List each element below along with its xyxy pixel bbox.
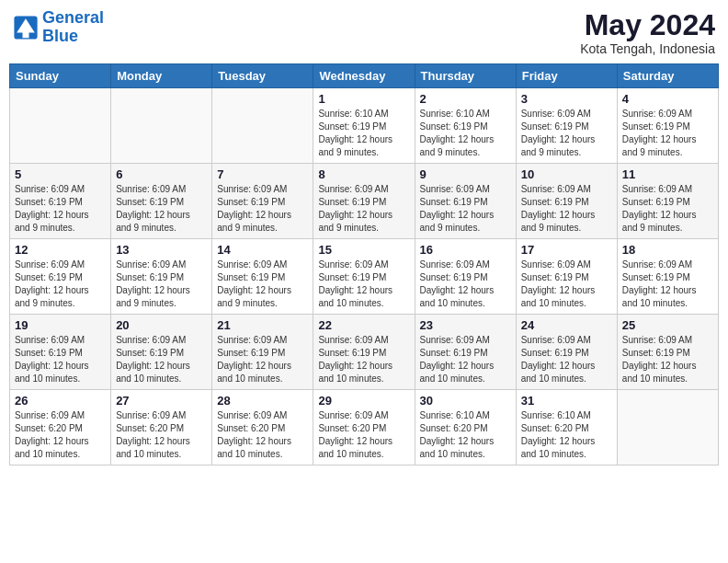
day-number: 18 <box>622 243 713 257</box>
day-number: 15 <box>318 243 409 257</box>
day-number: 5 <box>15 167 106 181</box>
day-number: 23 <box>420 318 511 332</box>
day-number: 20 <box>116 318 207 332</box>
day-number: 26 <box>15 394 106 408</box>
calendar-cell: 4Sunrise: 6:09 AM Sunset: 6:19 PM Daylig… <box>617 88 718 164</box>
title-block: May 2024 Kota Tengah, Indonesia <box>580 9 715 56</box>
day-info: Sunrise: 6:09 AM Sunset: 6:19 PM Dayligh… <box>116 334 207 385</box>
day-header-wednesday: Wednesday <box>313 64 415 88</box>
calendar-table: SundayMondayTuesdayWednesdayThursdayFrid… <box>9 63 719 465</box>
day-info: Sunrise: 6:09 AM Sunset: 6:19 PM Dayligh… <box>318 183 409 235</box>
calendar-cell: 30Sunrise: 6:10 AM Sunset: 6:20 PM Dayli… <box>415 390 516 465</box>
day-number: 25 <box>622 318 713 332</box>
day-number: 13 <box>116 243 207 257</box>
day-info: Sunrise: 6:09 AM Sunset: 6:20 PM Dayligh… <box>318 409 409 461</box>
calendar-cell: 20Sunrise: 6:09 AM Sunset: 6:19 PM Dayli… <box>111 315 212 390</box>
day-header-thursday: Thursday <box>415 64 516 88</box>
day-number: 14 <box>217 243 308 257</box>
day-number: 4 <box>622 92 713 106</box>
calendar-cell: 18Sunrise: 6:09 AM Sunset: 6:19 PM Dayli… <box>617 239 718 315</box>
day-info: Sunrise: 6:09 AM Sunset: 6:19 PM Dayligh… <box>217 334 308 385</box>
day-info: Sunrise: 6:09 AM Sunset: 6:19 PM Dayligh… <box>116 259 207 310</box>
calendar-cell <box>10 88 111 164</box>
day-header-sunday: Sunday <box>10 64 111 88</box>
day-info: Sunrise: 6:09 AM Sunset: 6:19 PM Dayligh… <box>622 183 713 235</box>
calendar-week-1: 1Sunrise: 6:10 AM Sunset: 6:19 PM Daylig… <box>10 88 719 164</box>
day-number: 8 <box>318 167 409 181</box>
day-info: Sunrise: 6:09 AM Sunset: 6:20 PM Dayligh… <box>116 409 207 461</box>
calendar-cell <box>212 88 313 164</box>
day-number: 19 <box>15 318 106 332</box>
location: Kota Tengah, Indonesia <box>580 41 715 56</box>
day-number: 7 <box>217 167 308 181</box>
calendar-cell <box>617 390 718 465</box>
day-info: Sunrise: 6:10 AM Sunset: 6:20 PM Dayligh… <box>420 409 511 461</box>
calendar-cell: 3Sunrise: 6:09 AM Sunset: 6:19 PM Daylig… <box>516 88 617 164</box>
day-info: Sunrise: 6:09 AM Sunset: 6:19 PM Dayligh… <box>622 334 713 385</box>
calendar-cell: 14Sunrise: 6:09 AM Sunset: 6:19 PM Dayli… <box>212 239 313 315</box>
day-info: Sunrise: 6:09 AM Sunset: 6:19 PM Dayligh… <box>15 183 106 235</box>
day-info: Sunrise: 6:09 AM Sunset: 6:19 PM Dayligh… <box>217 183 308 235</box>
day-info: Sunrise: 6:09 AM Sunset: 6:20 PM Dayligh… <box>217 409 308 461</box>
day-info: Sunrise: 6:09 AM Sunset: 6:19 PM Dayligh… <box>15 259 106 310</box>
calendar-cell: 23Sunrise: 6:09 AM Sunset: 6:19 PM Dayli… <box>415 315 516 390</box>
month-year: May 2024 <box>580 9 715 41</box>
day-number: 2 <box>420 92 511 106</box>
day-number: 21 <box>217 318 308 332</box>
day-info: Sunrise: 6:09 AM Sunset: 6:19 PM Dayligh… <box>622 259 713 310</box>
day-info: Sunrise: 6:09 AM Sunset: 6:19 PM Dayligh… <box>521 259 612 310</box>
logo-icon <box>13 15 39 40</box>
calendar-week-2: 5Sunrise: 6:09 AM Sunset: 6:19 PM Daylig… <box>10 164 719 239</box>
day-info: Sunrise: 6:09 AM Sunset: 6:19 PM Dayligh… <box>521 334 612 385</box>
calendar-cell: 12Sunrise: 6:09 AM Sunset: 6:19 PM Dayli… <box>10 239 111 315</box>
calendar-cell: 28Sunrise: 6:09 AM Sunset: 6:20 PM Dayli… <box>212 390 313 465</box>
day-info: Sunrise: 6:09 AM Sunset: 6:19 PM Dayligh… <box>318 259 409 310</box>
calendar-header-row: SundayMondayTuesdayWednesdayThursdayFrid… <box>10 64 719 88</box>
calendar-cell: 10Sunrise: 6:09 AM Sunset: 6:19 PM Dayli… <box>516 164 617 239</box>
page-header: General Blue May 2024 Kota Tengah, Indon… <box>9 9 719 56</box>
calendar-week-4: 19Sunrise: 6:09 AM Sunset: 6:19 PM Dayli… <box>10 315 719 390</box>
day-number: 31 <box>521 394 612 408</box>
calendar-cell: 22Sunrise: 6:09 AM Sunset: 6:19 PM Dayli… <box>313 315 415 390</box>
calendar-cell: 25Sunrise: 6:09 AM Sunset: 6:19 PM Dayli… <box>617 315 718 390</box>
day-info: Sunrise: 6:10 AM Sunset: 6:19 PM Dayligh… <box>420 108 511 159</box>
calendar-cell: 31Sunrise: 6:10 AM Sunset: 6:20 PM Dayli… <box>516 390 617 465</box>
calendar-cell: 7Sunrise: 6:09 AM Sunset: 6:19 PM Daylig… <box>212 164 313 239</box>
day-info: Sunrise: 6:09 AM Sunset: 6:19 PM Dayligh… <box>217 259 308 310</box>
calendar-cell: 1Sunrise: 6:10 AM Sunset: 6:19 PM Daylig… <box>313 88 415 164</box>
day-info: Sunrise: 6:09 AM Sunset: 6:19 PM Dayligh… <box>420 334 511 385</box>
calendar-cell: 8Sunrise: 6:09 AM Sunset: 6:19 PM Daylig… <box>313 164 415 239</box>
calendar-cell: 11Sunrise: 6:09 AM Sunset: 6:19 PM Dayli… <box>617 164 718 239</box>
day-info: Sunrise: 6:09 AM Sunset: 6:19 PM Dayligh… <box>521 183 612 235</box>
day-info: Sunrise: 6:09 AM Sunset: 6:19 PM Dayligh… <box>116 183 207 235</box>
calendar-cell: 21Sunrise: 6:09 AM Sunset: 6:19 PM Dayli… <box>212 315 313 390</box>
calendar-cell: 15Sunrise: 6:09 AM Sunset: 6:19 PM Dayli… <box>313 239 415 315</box>
day-number: 6 <box>116 167 207 181</box>
calendar-cell: 26Sunrise: 6:09 AM Sunset: 6:20 PM Dayli… <box>10 390 111 465</box>
day-info: Sunrise: 6:09 AM Sunset: 6:19 PM Dayligh… <box>420 183 511 235</box>
day-number: 9 <box>420 167 511 181</box>
day-number: 3 <box>521 92 612 106</box>
day-number: 17 <box>521 243 612 257</box>
calendar-week-3: 12Sunrise: 6:09 AM Sunset: 6:19 PM Dayli… <box>10 239 719 315</box>
logo: General Blue <box>13 9 104 46</box>
calendar-cell: 17Sunrise: 6:09 AM Sunset: 6:19 PM Dayli… <box>516 239 617 315</box>
svg-rect-2 <box>23 30 29 38</box>
calendar-cell: 27Sunrise: 6:09 AM Sunset: 6:20 PM Dayli… <box>111 390 212 465</box>
day-number: 27 <box>116 394 207 408</box>
calendar-cell: 16Sunrise: 6:09 AM Sunset: 6:19 PM Dayli… <box>415 239 516 315</box>
day-info: Sunrise: 6:09 AM Sunset: 6:19 PM Dayligh… <box>521 108 612 159</box>
logo-text: General Blue <box>42 9 104 46</box>
calendar-cell: 9Sunrise: 6:09 AM Sunset: 6:19 PM Daylig… <box>415 164 516 239</box>
day-header-tuesday: Tuesday <box>212 64 313 88</box>
day-number: 12 <box>15 243 106 257</box>
calendar-cell: 6Sunrise: 6:09 AM Sunset: 6:19 PM Daylig… <box>111 164 212 239</box>
calendar-cell: 24Sunrise: 6:09 AM Sunset: 6:19 PM Dayli… <box>516 315 617 390</box>
calendar-cell: 2Sunrise: 6:10 AM Sunset: 6:19 PM Daylig… <box>415 88 516 164</box>
calendar-cell <box>111 88 212 164</box>
day-info: Sunrise: 6:10 AM Sunset: 6:20 PM Dayligh… <box>521 409 612 461</box>
day-header-friday: Friday <box>516 64 617 88</box>
calendar-week-5: 26Sunrise: 6:09 AM Sunset: 6:20 PM Dayli… <box>10 390 719 465</box>
day-number: 30 <box>420 394 511 408</box>
calendar-cell: 13Sunrise: 6:09 AM Sunset: 6:19 PM Dayli… <box>111 239 212 315</box>
